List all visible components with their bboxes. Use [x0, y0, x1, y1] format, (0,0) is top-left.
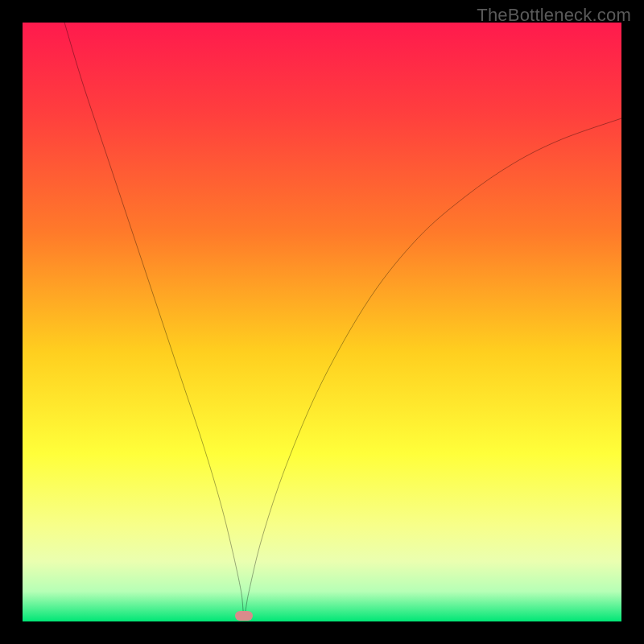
chart-frame: TheBottleneck.com [0, 0, 644, 644]
minimum-marker [235, 611, 253, 621]
plot-area [23, 23, 621, 621]
bottleneck-curve [23, 23, 621, 621]
watermark-text: TheBottleneck.com [477, 5, 631, 26]
